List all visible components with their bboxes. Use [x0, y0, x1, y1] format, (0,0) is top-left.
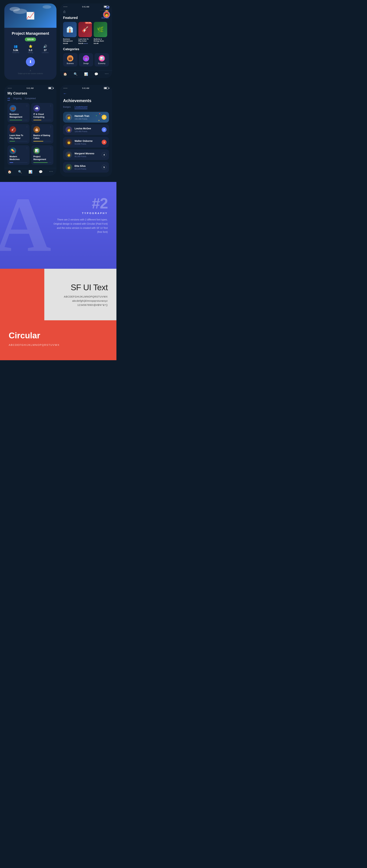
featured-cards-row: 👔 Business Management $19.99 🎸 50% OFF L…: [63, 22, 109, 44]
featured-card-3[interactable]: 🌿 Medicine & Biology Basic $10.98: [94, 22, 107, 44]
leader-4-points: 80,389 Points: [75, 155, 102, 157]
featured-card-2[interactable]: 🎸 50% OFF Learn How To Play Guitar $16.9…: [78, 22, 92, 44]
leader-4-info: Margaret Moreno 80,389 Points: [75, 152, 102, 157]
battery-ach: [104, 87, 109, 89]
card-guitar[interactable]: ⋮ 🎸 Learn How To Play Guitar: [7, 124, 30, 144]
typography-section: A #2 TYPOGRAPHY There are 2 versions wit…: [0, 182, 116, 269]
featured-header: Featured SEE ALL: [63, 16, 109, 20]
courses-label: COURSES: [100, 9, 109, 11]
achievement-tabs: Badges Leaderboard: [63, 105, 109, 109]
leader-4[interactable]: 👩 Margaret Moreno 80,389 Points 4: [63, 149, 109, 160]
sf-numbers: 1234567890!@#$%^&*(): [9, 304, 108, 306]
students-stat: 👥 5.8k Students: [12, 44, 19, 54]
cat-business[interactable]: 💼 Business: [63, 53, 78, 66]
card-baking[interactable]: ⋮ 🎂 Basics of Baking Cakes: [31, 124, 53, 144]
typo-label: TYPOGRAPHY: [9, 212, 108, 215]
nav-chat-featured[interactable]: 💬: [94, 72, 98, 76]
signal-dots: •••••: [63, 6, 67, 7]
tab-all[interactable]: All: [7, 97, 10, 100]
bottom-nav-featured: 🏠 🔍 📊 💬 •••: [60, 70, 112, 78]
leader-5[interactable]: 👩 Etta Silva 64,123 Points 5: [63, 162, 109, 173]
card-icon-1: 💼: [9, 105, 16, 112]
course-hero-area: 📈: [4, 3, 56, 28]
card-icon-4: 🎂: [33, 126, 40, 133]
fc2-price: $16.99 $20.99: [78, 42, 92, 44]
nav-more-courses[interactable]: •••: [49, 170, 53, 174]
card-medicine[interactable]: ⋮ 💊 Modern Medicines: [7, 145, 30, 165]
cat-design[interactable]: ✂️ Design: [79, 53, 93, 66]
card-more-6[interactable]: ⋮: [50, 147, 52, 150]
status-time-ach: 9:41 AM: [82, 87, 89, 89]
my-courses-title: My Courses: [7, 91, 53, 95]
fc1-price: $19.99: [63, 42, 77, 44]
course-price-badge: $28.99: [25, 37, 36, 41]
leader-4-avatar: 👩: [65, 151, 72, 158]
leader-3-info: Walter Osborne 93,898 Points: [75, 140, 102, 145]
cat-economy-name: Economy: [96, 62, 108, 64]
status-time-courses: 9:41 AM: [27, 87, 33, 89]
tab-ongoing[interactable]: Ongoing: [13, 97, 22, 100]
card-more-5[interactable]: ⋮: [26, 147, 28, 150]
card-title-1: Business Management: [9, 113, 27, 118]
nav-search-featured[interactable]: 🔍: [74, 72, 78, 76]
leader-2-info: Louisa McGee 128,480 Points: [75, 127, 102, 132]
card-title-4: Basics of Baking Cakes: [33, 134, 51, 140]
leader-5-rank: 5: [102, 165, 107, 169]
leader-5-name: Etta Silva: [75, 164, 102, 167]
card-title-5: Modern Medicines: [9, 155, 27, 161]
fc1-name: Business Management: [63, 38, 77, 42]
card-more-3[interactable]: ⋮: [26, 125, 28, 128]
tab-completed[interactable]: Completed: [25, 97, 36, 100]
leaderboard-list: 👩 Hannah Tran 190,490 Points 1 👩 Louisa …: [63, 112, 109, 173]
leader-1-name: Hannah Tran: [75, 115, 102, 117]
tab-badges[interactable]: Badges: [63, 105, 71, 109]
leader-2[interactable]: 👩 Louisa McGee 128,480 Points 2: [63, 124, 109, 135]
cat-economy[interactable]: 📊 Economy: [94, 53, 109, 66]
download-button[interactable]: ⬇: [26, 57, 35, 66]
leader-1-rank: 1: [102, 115, 107, 120]
swipe-up-arrow: ∧: [8, 69, 53, 72]
tab-leaderboard[interactable]: Leaderboard: [75, 105, 87, 109]
sf-uppercase: ABCDEFGHIJKLMNOPQRSTUVWX: [9, 295, 108, 298]
card-more-1[interactable]: ⋮: [26, 104, 28, 107]
card-business[interactable]: ⋮ 💼 Business Management: [7, 103, 30, 122]
nav-stats-courses[interactable]: 📊: [28, 170, 32, 174]
categories-title: Categories: [63, 48, 109, 51]
featured-phone: 29 COURSES 🧑 ••••• 9:41 AM ⎙ 🏆 Featured …: [60, 3, 112, 78]
swipe-hint-text: Swipe up to see course contents: [8, 72, 53, 74]
leader-4-rank: 4: [102, 152, 107, 157]
course-stats-row: 👥 5.8k Students ⭐ 5.0 Rating 🔊 37 Lectur…: [8, 44, 53, 54]
card-title-6: Project Management: [33, 155, 51, 161]
card-project-mgmt[interactable]: ⋮ 📊 Project Management: [31, 145, 53, 165]
leader-1-points: 190,490 Points: [75, 118, 102, 120]
nav-home-featured[interactable]: 🏠: [63, 72, 67, 76]
achievements-title: Achievements: [63, 98, 109, 103]
card-it-cloud[interactable]: ⋮ ☁️ IT & Cloud Computing: [31, 103, 53, 122]
courses-count-badge: 29: [100, 6, 109, 9]
card-icon-3: 🎸: [9, 126, 16, 133]
nav-more-featured[interactable]: •••: [105, 72, 109, 76]
user-avatar[interactable]: 🧑: [103, 11, 110, 18]
cat-design-name: Design: [80, 62, 92, 64]
status-bar-achievements: ••••• 9:41 AM: [60, 85, 112, 91]
back-button[interactable]: ←: [63, 91, 67, 96]
cat-business-name: Business: [64, 62, 76, 64]
nav-chat-courses[interactable]: 💬: [39, 170, 43, 174]
card-more-4[interactable]: ⋮: [50, 125, 52, 128]
sf-lowercase: abcdefghijklmnopqrstuvwxyz: [9, 300, 108, 302]
card-more-2[interactable]: ⋮: [50, 104, 52, 107]
nav-search-courses[interactable]: 🔍: [18, 170, 22, 174]
leader-3-rank: 3: [102, 140, 107, 145]
featured-title: Featured: [63, 16, 78, 20]
circular-title: Circular: [9, 331, 108, 340]
lectures-stat: 🔊 37 Lectures: [42, 44, 49, 54]
featured-card-1[interactable]: 👔 Business Management $19.99: [63, 22, 77, 44]
leader-1[interactable]: 👩 Hannah Tran 190,490 Points 1: [63, 112, 109, 123]
leader-3[interactable]: 👨 Walter Osborne 93,898 Points 3: [63, 137, 109, 148]
fc3-price: $10.98: [94, 42, 107, 44]
leader-1-avatar: 👩: [65, 114, 72, 121]
share-icon[interactable]: ⎙: [63, 10, 65, 14]
nav-home-courses[interactable]: 🏠: [8, 170, 11, 174]
nav-stats-featured[interactable]: 📊: [84, 72, 88, 76]
sf-section: SF UI Text ABCDEFGHIJKLMNOPQRSTUVWX abcd…: [0, 269, 116, 320]
